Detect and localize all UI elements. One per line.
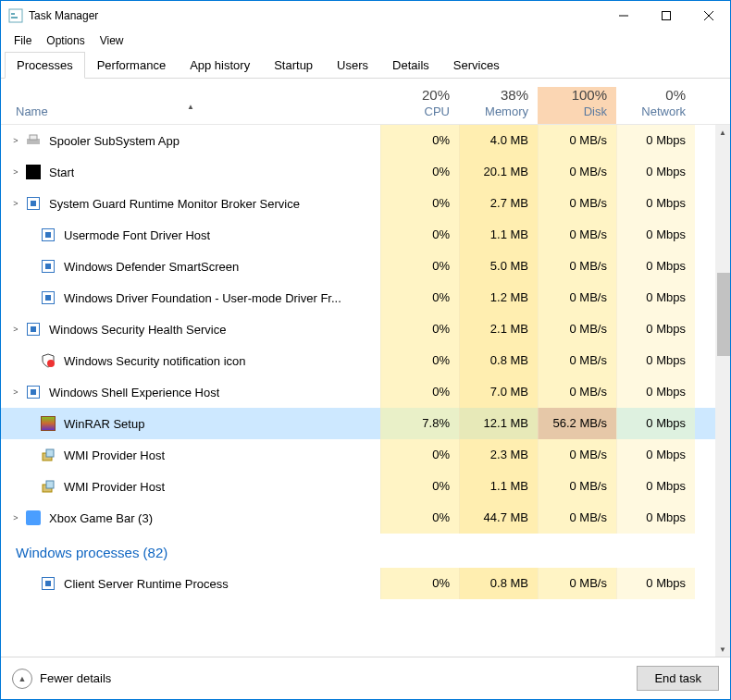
cell-mem: 0.8 MB bbox=[459, 345, 538, 376]
process-name-cell: >Windows Defender SmartScreen bbox=[1, 258, 380, 275]
cell-cpu: 0% bbox=[380, 376, 459, 408]
cell-disk: 0 MB/s bbox=[538, 376, 616, 408]
window-controls bbox=[602, 1, 730, 31]
tab-processes[interactable]: Processes bbox=[5, 52, 85, 79]
header-name[interactable]: ▲ Name bbox=[1, 104, 380, 124]
cell-cpu: 0% bbox=[380, 125, 459, 156]
svg-rect-13 bbox=[46, 481, 54, 488]
end-task-button[interactable]: End task bbox=[637, 666, 719, 691]
tab-users[interactable]: Users bbox=[325, 52, 380, 79]
app-icon bbox=[40, 575, 56, 592]
cell-mem: 2.3 MB bbox=[459, 439, 538, 471]
cell-disk: 0 MB/s bbox=[538, 439, 616, 471]
chevron-up-circle-icon: ▲ bbox=[12, 669, 32, 689]
expand-chevron-icon[interactable]: > bbox=[10, 199, 21, 208]
expand-chevron-icon[interactable]: > bbox=[10, 136, 21, 145]
cell-cpu: 0% bbox=[380, 345, 459, 376]
process-row[interactable]: >Xbox Game Bar (3)0%44.7 MB0 MB/s0 Mbps bbox=[1, 502, 715, 534]
maximize-button[interactable] bbox=[645, 1, 688, 31]
expand-chevron-icon[interactable]: > bbox=[10, 325, 21, 334]
process-row[interactable]: >System Guard Runtime Monitor Broker Ser… bbox=[1, 188, 715, 219]
scrollbar-up-icon[interactable]: ▲ bbox=[715, 125, 730, 140]
tab-services[interactable]: Services bbox=[441, 52, 512, 79]
svg-rect-1 bbox=[11, 13, 15, 15]
app-icon bbox=[25, 321, 42, 338]
header-cpu-percent: 20% bbox=[380, 87, 450, 103]
cell-mem: 20.1 MB bbox=[459, 156, 538, 188]
cell-mem: 2.7 MB bbox=[459, 188, 538, 219]
header-cpu[interactable]: 20% CPU bbox=[380, 87, 459, 124]
process-row[interactable]: >WMI Provider Host0%2.3 MB0 MB/s0 Mbps bbox=[1, 439, 715, 471]
expand-chevron-icon[interactable]: > bbox=[10, 513, 21, 522]
process-row[interactable]: >Windows Driver Foundation - User-mode D… bbox=[1, 282, 715, 313]
process-row[interactable]: >Windows Security notification icon0%0.8… bbox=[1, 345, 715, 376]
process-name-cell: >Windows Shell Experience Host bbox=[1, 384, 380, 400]
process-row[interactable]: >Windows Shell Experience Host0%7.0 MB0 … bbox=[1, 376, 715, 408]
cell-disk: 0 MB/s bbox=[538, 188, 616, 219]
cell-disk: 0 MB/s bbox=[538, 125, 616, 156]
expand-chevron-icon[interactable]: > bbox=[10, 387, 21, 397]
process-name-cell: >Client Server Runtime Process bbox=[1, 575, 380, 592]
header-memory[interactable]: 38% Memory bbox=[459, 87, 538, 124]
svg-point-9 bbox=[47, 360, 55, 367]
process-row[interactable]: >WMI Provider Host0%1.1 MB0 MB/s0 Mbps bbox=[1, 471, 715, 502]
process-name-cell: >WMI Provider Host bbox=[1, 447, 380, 463]
menu-options[interactable]: Options bbox=[41, 32, 90, 49]
minimize-button[interactable] bbox=[602, 1, 645, 31]
process-name: WinRAR Setup bbox=[64, 417, 144, 431]
tab-app-history[interactable]: App history bbox=[178, 52, 262, 79]
menu-view[interactable]: View bbox=[94, 32, 130, 49]
scrollbar-track[interactable] bbox=[715, 125, 730, 657]
close-button[interactable] bbox=[688, 1, 730, 31]
svg-rect-4 bbox=[663, 12, 671, 20]
cell-disk: 0 MB/s bbox=[538, 219, 616, 251]
scrollbar-down-icon[interactable]: ▼ bbox=[715, 642, 730, 657]
tab-performance[interactable]: Performance bbox=[85, 52, 178, 79]
fewer-details-label: Fewer details bbox=[40, 671, 111, 685]
menu-file[interactable]: File bbox=[8, 32, 37, 49]
header-memory-percent: 38% bbox=[459, 87, 528, 103]
process-row[interactable]: >WinRAR Setup7.8%12.1 MB56.2 MB/s0 Mbps bbox=[1, 408, 715, 439]
process-name: Client Server Runtime Process bbox=[64, 577, 229, 591]
group-header[interactable]: Windows processes (82) bbox=[1, 534, 715, 568]
shield-icon bbox=[40, 352, 56, 369]
process-name: Windows Driver Foundation - User-mode Dr… bbox=[64, 291, 341, 305]
cell-cpu: 0% bbox=[380, 251, 459, 282]
tab-startup[interactable]: Startup bbox=[262, 52, 325, 79]
scrollbar-thumb[interactable] bbox=[717, 273, 730, 356]
app-icon bbox=[25, 195, 42, 212]
tab-strip: Processes Performance App history Startu… bbox=[1, 51, 730, 79]
process-name-cell: >Xbox Game Bar (3) bbox=[1, 510, 380, 526]
tab-details[interactable]: Details bbox=[380, 52, 441, 79]
header-network[interactable]: 0% Network bbox=[616, 87, 695, 124]
header-disk[interactable]: 100% Disk bbox=[538, 87, 616, 124]
cell-cpu: 0% bbox=[380, 568, 459, 599]
header-disk-label: Disk bbox=[538, 104, 607, 118]
header-network-percent: 0% bbox=[616, 87, 686, 103]
cell-net: 0 Mbps bbox=[616, 282, 695, 313]
sort-up-icon: ▲ bbox=[187, 103, 194, 111]
process-name-cell: >Usermode Font Driver Host bbox=[1, 227, 380, 243]
expand-chevron-icon[interactable]: > bbox=[10, 167, 21, 177]
process-name-cell: >Start bbox=[1, 164, 380, 180]
cell-cpu: 7.8% bbox=[380, 408, 459, 439]
process-row[interactable]: >Windows Defender SmartScreen0%5.0 MB0 M… bbox=[1, 251, 715, 282]
process-list[interactable]: ▲ ▼ >Spooler SubSystem App0%4.0 MB0 MB/s… bbox=[1, 125, 730, 657]
cell-cpu: 0% bbox=[380, 313, 459, 345]
cell-net: 0 Mbps bbox=[616, 125, 695, 156]
process-row[interactable]: >Start0%20.1 MB0 MB/s0 Mbps bbox=[1, 156, 715, 188]
process-row[interactable]: >Spooler SubSystem App0%4.0 MB0 MB/s0 Mb… bbox=[1, 125, 715, 156]
titlebar[interactable]: Task Manager bbox=[1, 1, 730, 31]
process-name-cell: >Windows Security Health Service bbox=[1, 321, 380, 338]
process-row[interactable]: >Client Server Runtime Process0%0.8 MB0 … bbox=[1, 568, 715, 599]
fewer-details-toggle[interactable]: ▲ Fewer details bbox=[12, 669, 111, 689]
process-name: Windows Security Health Service bbox=[49, 323, 226, 337]
cell-net: 0 Mbps bbox=[616, 251, 695, 282]
process-row[interactable]: >Usermode Font Driver Host0%1.1 MB0 MB/s… bbox=[1, 219, 715, 251]
header-disk-percent: 100% bbox=[538, 87, 607, 103]
cell-mem: 1.1 MB bbox=[459, 471, 538, 502]
cell-net: 0 Mbps bbox=[616, 156, 695, 188]
process-row[interactable]: >Windows Security Health Service0%2.1 MB… bbox=[1, 313, 715, 345]
process-name: WMI Provider Host bbox=[64, 480, 165, 494]
app-icon bbox=[8, 8, 23, 23]
